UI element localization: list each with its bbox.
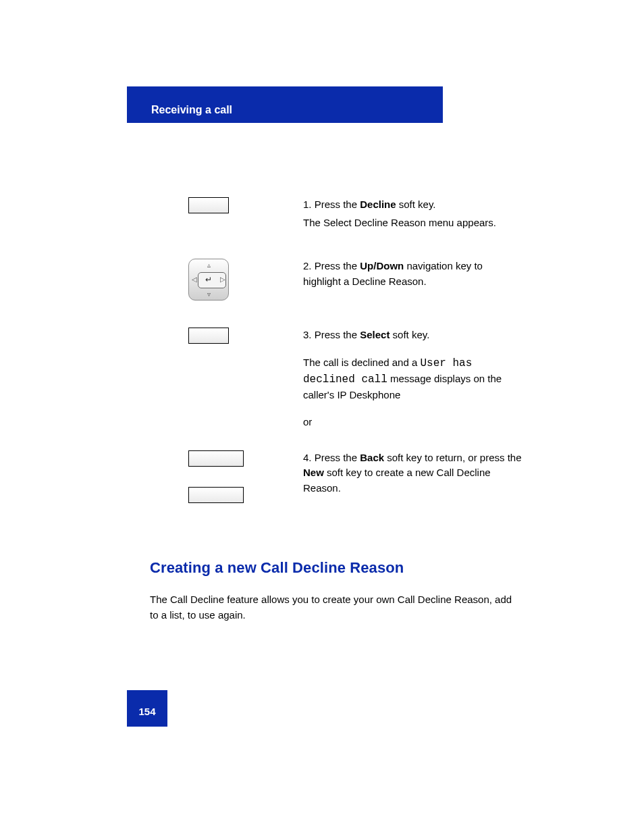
step-1-text: 1. Press the Decline soft key. The Selec…: [303, 197, 496, 230]
step-3-text: 3. Press the Select soft key. The call i…: [303, 328, 522, 430]
running-header-title: Receiving a call: [151, 104, 419, 116]
section-paragraph: The Call Decline feature allows you to c…: [150, 592, 518, 623]
page-header: Receiving a call: [127, 86, 443, 123]
navigation-pad-icon: ▵ ▿ ◁ ▷ ↵: [188, 259, 229, 301]
step-4-text: 4. Press the Back soft key to return, or…: [303, 450, 522, 496]
step-2: ▵ ▿ ◁ ▷ ↵ 2. Press the Up/Down navigatio…: [188, 259, 522, 301]
softkey-box: [188, 197, 229, 213]
section-heading: Creating a new Call Decline Reason: [150, 559, 404, 577]
softkey-box: [188, 487, 244, 503]
softkey-box: [188, 450, 244, 467]
step-4: 4. Press the Back soft key to return, or…: [188, 450, 522, 503]
document-page: Receiving a call 1. Press the Decline so…: [0, 0, 644, 834]
softkey-box: [188, 328, 229, 344]
step-1: 1. Press the Decline soft key. The Selec…: [188, 197, 522, 230]
step-3: 3. Press the Select soft key. The call i…: [188, 328, 522, 430]
page-number: 154: [127, 690, 167, 727]
step-2-text: 2. Press the Up/Down navigation key to h…: [303, 259, 522, 289]
